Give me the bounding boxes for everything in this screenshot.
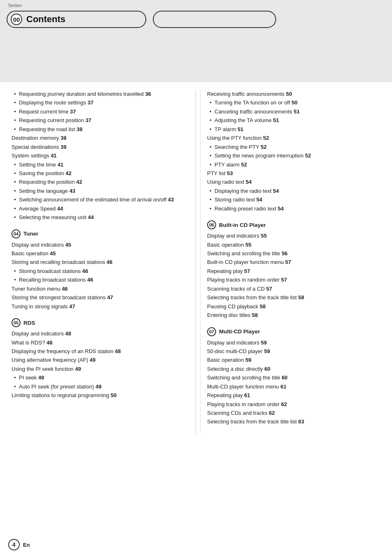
section-heading-07: 07 Multi-CD Player: [207, 327, 380, 336]
toc-item: •Searching the PTY 52: [207, 143, 380, 151]
toc-item: •Displaying the radio text 54: [207, 187, 380, 195]
toc-item: Limiting stations to regional programmin…: [12, 391, 185, 400]
toc-item: Basic operation 45: [12, 249, 185, 258]
toc-item: PTY list 53: [207, 169, 380, 178]
toc-item: •Storing radio text 54: [207, 195, 380, 204]
toc-item: Display and indicators 55: [207, 231, 380, 240]
toc-item: Built-in CD player function menu 57: [207, 258, 380, 266]
section-builtin-cd: 06 Built-in CD Player Display and indica…: [207, 220, 380, 319]
toc-item: •PTY alarm 52: [207, 160, 380, 169]
section-heading-rds: 05 RDS: [12, 318, 185, 327]
toc-item: •Requesting the position 42: [12, 178, 185, 186]
toc-item: Selecting tracks from the track title li…: [207, 417, 380, 426]
toc-item: •Setting the language 43: [12, 187, 185, 195]
section-heading-06: 06 Built-in CD Player: [207, 220, 380, 229]
section-circle-04: 04: [12, 229, 21, 238]
toc-item: •Average Speed 44: [12, 204, 185, 213]
intro-items-right: Receiving traffic announcements 50 •Turn…: [207, 90, 380, 213]
toc-item: Basic operation 55: [207, 240, 380, 249]
toc-item: •Auto PI seek (for preset station) 49: [12, 382, 185, 391]
toc-item: •Requesting the road list 38: [12, 125, 185, 134]
toc-item: •TP alarm 51: [207, 125, 380, 134]
toc-item: 50-disc multi-CD player 59: [207, 347, 380, 356]
toc-item: •Storing broadcast stations 46: [12, 267, 185, 275]
toc-item: •Turning the TA function on or off 50: [207, 98, 380, 107]
toc-item: Storing the strongest broadcast stations…: [12, 293, 185, 302]
toc-item: Selecting a disc directly 60: [207, 365, 380, 373]
footer-lang: En: [23, 542, 30, 548]
header-right-box: [153, 11, 276, 28]
toc-item: •Recalling broadcast stations 46: [12, 275, 185, 284]
toc-item: Special destinations 39: [12, 143, 185, 151]
toc-item: •Adjusting the TA volume 51: [207, 116, 380, 125]
right-column: Receiving traffic announcements 50 •Turn…: [200, 90, 380, 434]
toc-item: •Request current time 37: [12, 107, 185, 116]
toc-item: Display and indicators 48: [12, 329, 185, 338]
toc-item: •Saving the position 42: [12, 169, 185, 178]
toc-item: •Switching announcement of the estimated…: [12, 195, 185, 204]
toc-item: Switching and scrolling the title 56: [207, 249, 380, 258]
toc-item: •Setting the time 41: [12, 160, 185, 169]
toc-item: Display and indicators 59: [207, 338, 380, 347]
toc-item: Repeating play 61: [207, 391, 380, 400]
toc-item: Basic operation 59: [207, 356, 380, 364]
footer: 4 En: [8, 539, 30, 550]
toc-item: •Recalling preset radio text 54: [207, 204, 380, 213]
toc-item: Destination memory 38: [12, 134, 185, 142]
toc-item: •Setting the news program interruption 5…: [207, 151, 380, 160]
page-title: Contents: [26, 14, 65, 25]
toc-item: Switching and scrolling the title 60: [207, 373, 380, 382]
toc-item: Entering disc titles 58: [207, 311, 380, 319]
toc-item: Using radio text 54: [207, 178, 380, 186]
header-left-box: 00 Contents: [7, 11, 146, 28]
toc-item: Scanning CDs and tracks 62: [207, 409, 380, 417]
toc-item: Displaying the frequency of an RDS stati…: [12, 347, 185, 356]
toc-item: Receiving traffic announcements 50: [207, 90, 380, 98]
section-multi-cd: 07 Multi-CD Player Display and indicator…: [207, 327, 380, 426]
toc-item: Playing tracks in random order 57: [207, 275, 380, 284]
section-circle-06: 06: [207, 220, 216, 229]
left-column: •Requesting journey duration and kilomet…: [12, 90, 191, 434]
toc-item: •PI seek 49: [12, 373, 185, 382]
toc-item: Tuner function menu 46: [12, 284, 185, 293]
section-circle-05: 05: [12, 318, 21, 327]
toc-item: •Canceling traffic announcements 51: [207, 107, 380, 116]
toc-item: Repeating play 57: [207, 267, 380, 275]
toc-item: Using the PI seek function 49: [12, 365, 185, 373]
footer-page-number: 4: [8, 539, 20, 550]
toc-item: •Requesting journey duration and kilomet…: [12, 90, 185, 98]
toc-item: Using the PTY function 52: [207, 134, 380, 142]
section-label: Section: [8, 3, 22, 8]
toc-item: Playing tracks in random order 62: [207, 400, 380, 409]
toc-item: Display and indicators 45: [12, 240, 185, 249]
toc-item: What is RDS? 48: [12, 338, 185, 347]
toc-item: Tuning in strong signals 47: [12, 302, 185, 311]
toc-item: Pausing CD playback 58: [207, 302, 380, 311]
toc-item: Selecting tracks from the track title li…: [207, 293, 380, 302]
intro-items-left: •Requesting journey duration and kilomet…: [12, 90, 185, 222]
toc-item: •Requesting current position 37: [12, 116, 185, 125]
toc-item: System settings 41: [12, 151, 185, 160]
section-rds: 05 RDS Display and indicators 48 What is…: [12, 318, 185, 400]
section-tuner: 04 Tuner Display and indicators 45 Basic…: [12, 229, 185, 311]
section-circle-07: 07: [207, 327, 216, 336]
toc-item: •Selecting the measuring unit 44: [12, 213, 185, 222]
toc-item: Using alternative frequency (AF) 49: [12, 356, 185, 364]
toc-item: Storing and recalling broadcast stations…: [12, 258, 185, 266]
toc-item: •Displaying the route settings 37: [12, 98, 185, 107]
section-heading-tuner: 04 Tuner: [12, 229, 185, 238]
toc-item: Multi-CD player function menu 61: [207, 382, 380, 391]
section-number: 00: [11, 14, 22, 25]
toc-item: Scanning tracks of a CD 57: [207, 284, 380, 293]
